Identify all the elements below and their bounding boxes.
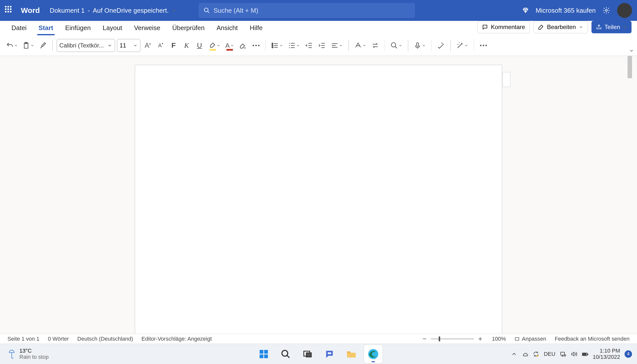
- tab-einfuegen[interactable]: Einfügen: [59, 22, 97, 35]
- clock[interactable]: 1:10 PM 10/13/2022: [593, 348, 620, 360]
- zoom-slider[interactable]: [431, 338, 474, 340]
- scrollbar-thumb[interactable]: [627, 56, 632, 78]
- find-button[interactable]: [389, 39, 404, 52]
- keyboard-language[interactable]: DEU: [544, 351, 555, 357]
- onedrive-icon[interactable]: [522, 351, 528, 357]
- font-size-dropdown[interactable]: 11: [117, 39, 140, 52]
- chevron-down-icon[interactable]: [464, 44, 468, 48]
- bold-button[interactable]: F: [168, 39, 179, 52]
- bullet-list-button[interactable]: [270, 39, 285, 52]
- chevron-down-icon[interactable]: [230, 44, 234, 48]
- document-page[interactable]: [135, 65, 502, 334]
- chevron-down-icon[interactable]: [14, 44, 18, 48]
- editor-status[interactable]: Editor-Vorschläge: Angezeigt: [142, 336, 212, 342]
- zoom-slider-thumb[interactable]: [439, 336, 440, 342]
- tab-layout[interactable]: Layout: [97, 22, 128, 35]
- zoom-out-button[interactable]: −: [421, 336, 428, 342]
- teilen-button[interactable]: Teilen: [591, 21, 631, 33]
- fit-to-window-button[interactable]: Anpassen: [514, 336, 546, 342]
- decrease-indent-button[interactable]: [304, 39, 315, 52]
- more-ribbon-button[interactable]: [478, 39, 489, 52]
- chevron-down-icon[interactable]: [107, 43, 112, 48]
- user-avatar[interactable]: [617, 3, 632, 18]
- feedback-link[interactable]: Feedback an Microsoft senden: [555, 336, 629, 342]
- undo-button[interactable]: [5, 39, 20, 52]
- paste-button[interactable]: [21, 39, 36, 52]
- network-icon[interactable]: [560, 351, 566, 357]
- tab-datei[interactable]: Datei: [6, 22, 33, 35]
- tab-ansicht[interactable]: Ansicht: [210, 22, 244, 35]
- sync-icon[interactable]: [533, 351, 539, 357]
- bearbeiten-button[interactable]: Bearbeiten: [533, 21, 588, 33]
- buy-microsoft-365-link[interactable]: Microsoft 365 kaufen: [536, 7, 596, 14]
- comment-icon: [482, 24, 488, 30]
- chevron-down-icon[interactable]: [339, 44, 343, 48]
- more-font-options-button[interactable]: [251, 39, 262, 52]
- search-icon: [390, 42, 398, 49]
- designer-button[interactable]: [455, 39, 470, 52]
- search-input[interactable]: Suche (Alt + M): [198, 3, 415, 18]
- dictate-button[interactable]: [412, 39, 427, 52]
- increase-indent-button[interactable]: [317, 39, 327, 52]
- search-taskbar-button[interactable]: [276, 345, 295, 363]
- volume-icon[interactable]: [571, 351, 577, 357]
- align-button[interactable]: [329, 39, 344, 52]
- page-count[interactable]: Seite 1 von 1: [8, 336, 39, 342]
- indent-icon: [318, 42, 326, 49]
- file-explorer-button[interactable]: [342, 345, 361, 363]
- tray-chevron-up-icon[interactable]: [511, 351, 517, 357]
- battery-icon[interactable]: [582, 351, 588, 357]
- svg-point-5: [272, 45, 273, 46]
- settings-gear-icon[interactable]: [603, 7, 610, 14]
- styles-button[interactable]: [353, 39, 368, 52]
- chevron-down-icon[interactable]: [279, 44, 283, 48]
- task-view-button[interactable]: [298, 345, 317, 363]
- shrink-font-button[interactable]: A▾: [155, 39, 166, 52]
- tab-hilfe[interactable]: Hilfe: [244, 22, 269, 35]
- anpassen-label: Anpassen: [522, 336, 546, 342]
- chevron-down-icon[interactable]: [362, 44, 366, 48]
- clear-formatting-button[interactable]: [238, 39, 249, 52]
- ellipsis-icon: [480, 45, 487, 46]
- underline-button[interactable]: U: [194, 39, 205, 52]
- tab-ueberpruefen[interactable]: Überprüfen: [166, 22, 210, 35]
- chevron-down-icon[interactable]: [217, 44, 221, 48]
- document-canvas[interactable]: [0, 56, 637, 334]
- font-color-button[interactable]: A: [224, 39, 236, 52]
- vertical-scrollbar[interactable]: [627, 56, 632, 334]
- language-status[interactable]: Deutsch (Deutschland): [77, 336, 133, 342]
- edge-browser-button[interactable]: [364, 345, 382, 363]
- chevron-down-icon[interactable]: [296, 44, 300, 48]
- page-side-tab[interactable]: [502, 72, 510, 87]
- italic-button[interactable]: K: [181, 39, 192, 52]
- weather-widget[interactable]: 13°C Rain to stop: [8, 348, 49, 360]
- numbered-list-button[interactable]: [287, 39, 302, 52]
- zoom-level[interactable]: 100%: [492, 336, 506, 342]
- chevron-down-icon[interactable]: [398, 44, 402, 48]
- svg-rect-10: [260, 350, 263, 354]
- font-name-dropdown[interactable]: Calibri (Textkör...: [57, 39, 115, 52]
- chat-button[interactable]: [320, 345, 339, 363]
- svg-rect-11: [264, 350, 268, 354]
- search-icon: [203, 7, 210, 14]
- tab-start[interactable]: Start: [33, 22, 59, 35]
- chevron-down-icon[interactable]: [30, 44, 34, 48]
- grow-font-button[interactable]: A▴: [142, 39, 153, 52]
- chevron-down-icon[interactable]: [133, 43, 138, 48]
- collapse-ribbon-button[interactable]: [628, 47, 635, 54]
- app-launcher-icon[interactable]: [5, 6, 14, 15]
- highlighter-icon: [208, 42, 216, 49]
- document-name[interactable]: Dokument 1: [50, 7, 85, 14]
- editor-button[interactable]: [436, 39, 446, 52]
- word-count[interactable]: 0 Wörter: [48, 336, 69, 342]
- kommentare-button[interactable]: Kommentare: [477, 21, 530, 33]
- notification-badge[interactable]: 4: [624, 350, 632, 358]
- start-menu-button[interactable]: [255, 345, 273, 363]
- zoom-in-button[interactable]: +: [477, 336, 484, 342]
- format-painter-button[interactable]: [37, 39, 48, 52]
- chevron-down-icon[interactable]: [422, 44, 426, 48]
- doc-dropdown-icon[interactable]: [172, 8, 176, 13]
- tab-verweise[interactable]: Verweise: [128, 22, 166, 35]
- highlight-color-button[interactable]: [207, 39, 222, 52]
- find-replace-button[interactable]: [370, 39, 381, 52]
